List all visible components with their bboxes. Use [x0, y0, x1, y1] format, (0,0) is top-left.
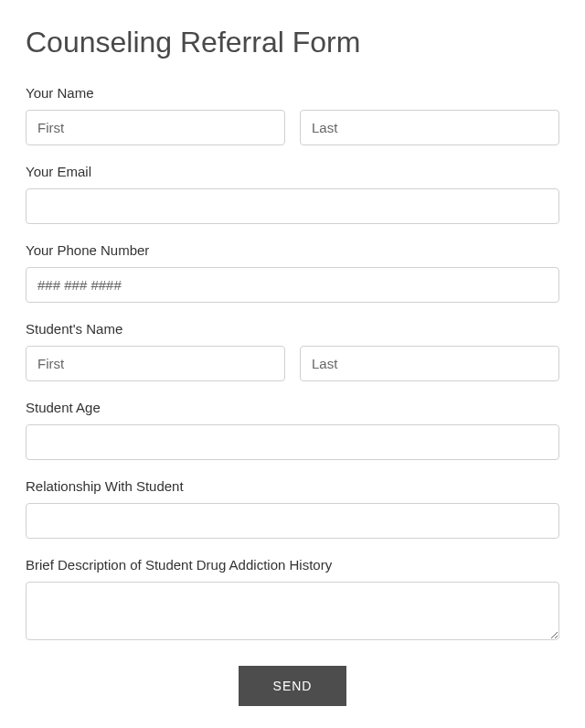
student-name-first-input[interactable]	[26, 346, 285, 381]
student-age-group: Student Age	[26, 400, 559, 460]
relationship-label: Relationship With Student	[26, 478, 559, 494]
your-email-label: Your Email	[26, 164, 559, 179]
description-group: Brief Description of Student Drug Addict…	[26, 557, 559, 644]
student-name-last-input[interactable]	[300, 346, 559, 381]
relationship-group: Relationship With Student	[26, 478, 559, 539]
relationship-input[interactable]	[26, 503, 559, 539]
your-name-first-input[interactable]	[26, 110, 285, 145]
send-button[interactable]: SEND	[239, 666, 347, 706]
your-name-row	[26, 110, 559, 145]
your-phone-input[interactable]	[26, 267, 559, 303]
submit-row: SEND	[26, 666, 559, 706]
your-name-group: Your Name	[26, 85, 559, 145]
your-phone-label: Your Phone Number	[26, 242, 559, 258]
your-phone-group: Your Phone Number	[26, 242, 559, 303]
your-email-group: Your Email	[26, 164, 559, 224]
student-name-group: Student's Name	[26, 321, 559, 381]
description-textarea[interactable]	[26, 582, 559, 640]
your-email-input[interactable]	[26, 188, 559, 224]
student-age-label: Student Age	[26, 400, 559, 415]
student-name-row	[26, 346, 559, 381]
your-name-last-input[interactable]	[300, 110, 559, 145]
form-title: Counseling Referral Form	[26, 26, 559, 59]
student-age-input[interactable]	[26, 424, 559, 460]
student-name-label: Student's Name	[26, 321, 559, 337]
your-name-label: Your Name	[26, 85, 559, 101]
description-label: Brief Description of Student Drug Addict…	[26, 557, 559, 573]
